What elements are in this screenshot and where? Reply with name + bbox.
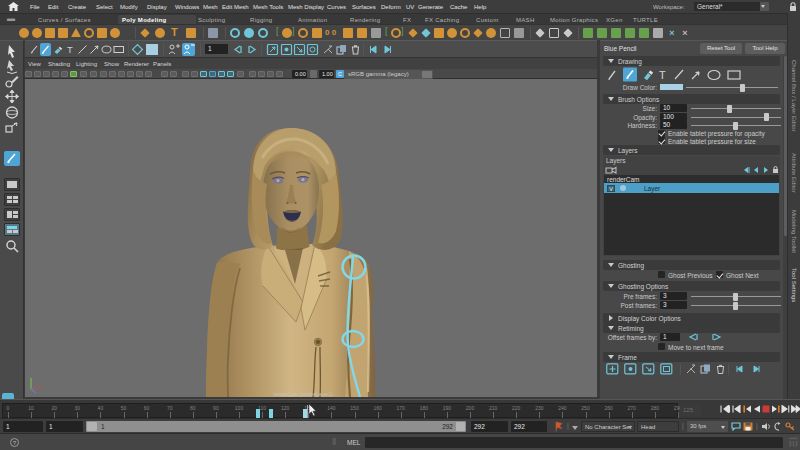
svg-text:T: T: [659, 69, 666, 81]
svg-text:T: T: [67, 44, 73, 55]
svg-text:renderCam (renderLayer1): renderCam (renderLayer1): [273, 391, 333, 397]
